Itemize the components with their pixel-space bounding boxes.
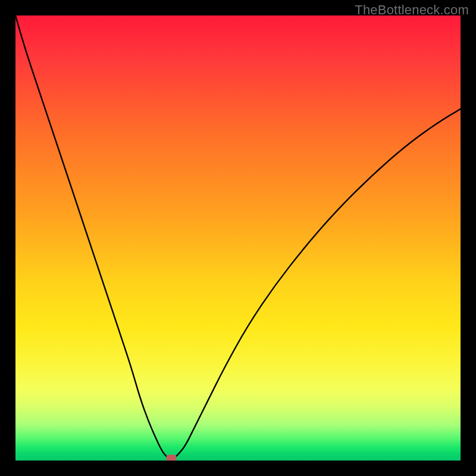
plot-area: [15, 15, 461, 461]
optimal-marker-icon: [166, 455, 177, 461]
bottleneck-curve: [15, 15, 461, 461]
chart-frame: TheBottleneck.com: [0, 0, 476, 476]
